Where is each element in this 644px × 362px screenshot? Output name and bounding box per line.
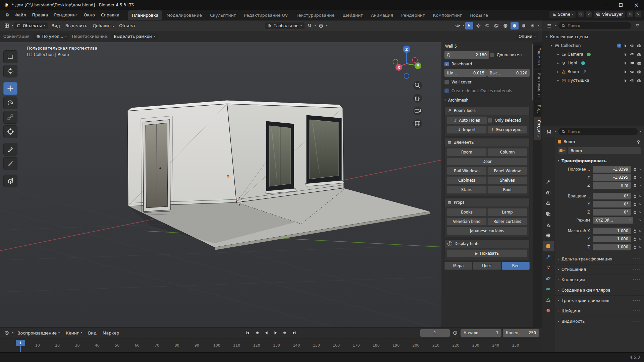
snap-magnet-icon[interactable]: [306, 22, 314, 29]
render-camera-icon[interactable]: [637, 70, 641, 74]
editor-type-icon[interactable]: [3, 22, 11, 29]
lock-icon[interactable]: [633, 229, 637, 233]
expander-icon[interactable]: ▸: [556, 70, 560, 73]
animate-dot-icon[interactable]: [639, 212, 641, 213]
hide-eye-icon[interactable]: [630, 61, 635, 65]
play-button[interactable]: [271, 329, 280, 337]
timeline-menu-item[interactable]: Воспроизведение▾: [15, 329, 62, 337]
workspace-tab[interactable]: Анимация: [367, 10, 397, 20]
workspace-tab[interactable]: Моделирование: [162, 10, 206, 20]
remove-viewlayer-button[interactable]: ×: [635, 11, 641, 17]
timeline-editor-type-icon[interactable]: [3, 329, 11, 337]
gizmo-minus-y[interactable]: [393, 59, 398, 64]
animate-dot-icon[interactable]: [639, 238, 641, 240]
animate-dot-icon[interactable]: [639, 230, 641, 232]
scale-y-field[interactable]: 1.000: [593, 236, 631, 242]
timeline-ruler[interactable]: 1020304050607080901001101201301401501601…: [0, 339, 542, 352]
properties-search-input[interactable]: Поиск: [558, 128, 638, 135]
properties-section-row[interactable]: ▸ Создание экземпляров ····: [554, 285, 644, 295]
workspace-tab[interactable]: Шейдинг: [338, 10, 367, 20]
selectable-icon[interactable]: [624, 70, 628, 74]
elements-header[interactable]: Элементы: [445, 138, 529, 146]
door[interactable]: [141, 116, 173, 215]
toggle-xray-icon[interactable]: [492, 22, 500, 29]
unlink-scene-button[interactable]: ×: [586, 11, 592, 17]
lock-icon[interactable]: [633, 175, 637, 179]
cursor-tool[interactable]: [3, 65, 17, 77]
baseboard-width-field[interactable]: Ши... 0.015: [444, 69, 487, 77]
location-x-field[interactable]: -1.8399: [593, 166, 631, 173]
timeline-menu-item[interactable]: Маркер▾: [100, 329, 122, 337]
animate-dot-icon[interactable]: [639, 195, 641, 197]
location-y-field[interactable]: -1.8295: [593, 174, 631, 181]
wall-depth-field[interactable]: Д... -2.180: [444, 51, 489, 59]
shading-solid-icon[interactable]: [511, 22, 519, 29]
menu-item[interactable]: Окно: [81, 11, 98, 19]
outliner-row-empty[interactable]: ▸ Пустышка: [543, 76, 643, 85]
annotate-tool[interactable]: [3, 143, 17, 156]
properties-section-row[interactable]: ▸ Отношения ····: [554, 264, 644, 275]
stairs-button[interactable]: Stairs: [447, 186, 487, 194]
hide-eye-icon[interactable]: [630, 52, 635, 57]
rotation-y-field[interactable]: 0°: [593, 201, 631, 207]
menu-item[interactable]: Правка: [29, 11, 51, 19]
tab-physics[interactable]: [543, 273, 554, 284]
properties-editor-type-icon[interactable]: [545, 128, 553, 135]
animate-dot-icon[interactable]: [639, 169, 641, 170]
tab-constraints[interactable]: [543, 284, 554, 294]
scale-z-field[interactable]: 1.000: [593, 244, 631, 250]
export-button[interactable]: ↑ Экспортиро...: [487, 126, 527, 134]
next-keyframe-button[interactable]: [281, 329, 289, 337]
lock-icon[interactable]: [633, 245, 637, 249]
proportional-editing-icon[interactable]: [317, 22, 325, 29]
outliner-row-light[interactable]: ▸ Light: [543, 59, 643, 67]
hide-eye-icon[interactable]: [630, 78, 635, 83]
rotate-tool[interactable]: [3, 97, 17, 109]
new-scene-button[interactable]: ⧉: [578, 11, 584, 17]
lock-icon[interactable]: [633, 167, 637, 171]
workspace-tab[interactable]: Рендеринг: [397, 10, 429, 20]
transform-tool[interactable]: [3, 125, 17, 138]
tab-view-layer[interactable]: [543, 209, 554, 219]
zoom-icon[interactable]: [413, 81, 422, 90]
orientation-setting-dropdown[interactable]: По умол... ▾: [34, 33, 69, 40]
color-partial-button[interactable]: Цвет: [473, 262, 501, 270]
outliner-row-scene-collection[interactable]: ▾ Коллекции сцены: [543, 33, 643, 41]
tab-output[interactable]: [543, 198, 554, 208]
shading-wireframe-icon[interactable]: [501, 22, 509, 29]
books-button[interactable]: Books: [447, 208, 487, 216]
play-reverse-button[interactable]: [262, 329, 271, 337]
expander-icon[interactable]: ▸: [556, 61, 560, 65]
hide-eye-icon[interactable]: [630, 43, 635, 48]
tab-world[interactable]: [543, 230, 554, 241]
workspace-tab[interactable]: Композитинг: [429, 10, 466, 20]
options-dropdown[interactable]: Опции ▾: [516, 33, 538, 40]
column-button[interactable]: Column: [487, 148, 527, 156]
pan-hand-icon[interactable]: [413, 94, 422, 103]
shading-material-icon[interactable]: [520, 22, 528, 29]
collection-exclude-checkbox[interactable]: ✓: [617, 44, 621, 48]
lock-icon[interactable]: [633, 202, 637, 206]
mode-selector[interactable]: Объекты ▾: [14, 22, 48, 29]
outliner-editor-type-icon[interactable]: [545, 22, 553, 29]
display-hints-header[interactable]: ? Display hints: [445, 240, 529, 248]
sidebar-tab[interactable]: Инструмент: [534, 70, 541, 100]
add-viewlayer-button[interactable]: ⧉: [627, 11, 633, 17]
scene-selector[interactable]: Scene ▾: [549, 11, 576, 18]
baseboard-checkbox[interactable]: ✓: [444, 62, 449, 66]
filter-icon[interactable]: [633, 22, 641, 29]
archimesh-panel-header[interactable]: ▾ Archimesh ····: [444, 96, 530, 105]
viewport-menu-item[interactable]: Добавить: [90, 22, 116, 29]
animate-dot-icon[interactable]: [639, 220, 641, 221]
drag-setting-dropdown[interactable]: Выделить рамкой ▾: [111, 33, 158, 40]
expander-icon[interactable]: ▸: [556, 53, 560, 56]
render-camera-icon[interactable]: [637, 78, 641, 83]
tab-object-data[interactable]: [543, 295, 554, 305]
properties-section-row[interactable]: ▸ Траектории движения ····: [554, 295, 644, 306]
lock-icon[interactable]: [633, 237, 637, 241]
japanese-curtains-button[interactable]: Japanese curtains: [447, 227, 527, 235]
weight-partial-button[interactable]: Вес: [502, 262, 530, 270]
animate-dot-icon[interactable]: [639, 185, 641, 186]
frame-end-field[interactable]: Конец 250: [503, 329, 539, 337]
maximize-button[interactable]: [613, 0, 629, 10]
